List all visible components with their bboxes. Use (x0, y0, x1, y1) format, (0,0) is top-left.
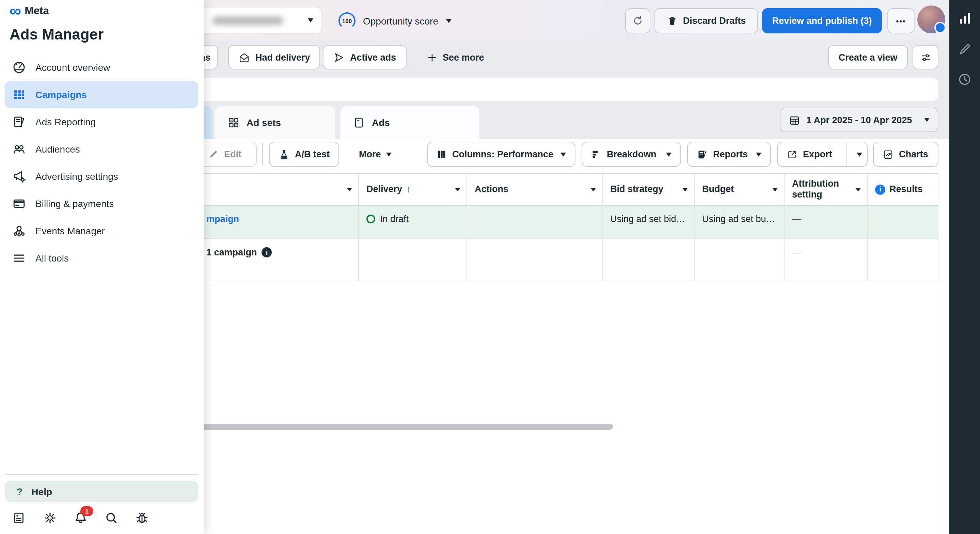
tab-ads[interactable]: Ads (340, 106, 479, 139)
insights-chart-icon[interactable] (957, 11, 972, 26)
export-divider (846, 142, 847, 166)
tab-ad-sets[interactable]: Ad sets (215, 106, 335, 139)
sidebar-bottom-icons: 1 (12, 511, 149, 525)
filter-chip-active-ads[interactable]: Active ads (323, 45, 406, 70)
avatar-status-dot (934, 22, 946, 33)
export-icon (787, 149, 797, 160)
ab-test-button[interactable]: A/B test (269, 142, 339, 167)
sidebar-item-account-overview[interactable]: Account overview (5, 54, 198, 81)
refresh-icon (632, 15, 644, 27)
reports-icon (697, 149, 708, 160)
budget-cell: Using ad set bu… (695, 206, 784, 238)
score-ring-icon: 100 (339, 12, 355, 29)
history-clock-icon[interactable] (958, 72, 972, 86)
ad-sets-icon (228, 116, 240, 129)
actions-cell (467, 206, 603, 238)
report-pages-icon (12, 115, 26, 129)
sidebar-item-advertising-settings[interactable]: Advertising settings (5, 163, 198, 190)
charts-button[interactable]: Charts (873, 142, 939, 167)
discard-drafts-label: Discard Drafts (683, 16, 746, 26)
date-range-picker[interactable]: 1 Apr 2025 - 10 Apr 2025 (780, 108, 939, 132)
export-button[interactable]: Export (778, 142, 841, 166)
meta-logo[interactable]: ∞ Meta (10, 3, 49, 19)
reports-button[interactable]: Reports (687, 142, 771, 167)
columns-icon (436, 149, 447, 159)
edit-pencil-icon[interactable] (958, 42, 972, 56)
notifications-button[interactable]: 1 (73, 511, 88, 525)
chevron-down-icon (446, 19, 451, 23)
sidebar-item-campaigns[interactable]: Campaigns (5, 81, 198, 108)
bid-strategy-cell: Using ad set bid… (603, 206, 695, 238)
credit-card-icon (12, 197, 26, 210)
nodes-icon (12, 224, 26, 238)
campaigns-table-icon (12, 88, 26, 102)
toolbar-divider (262, 143, 263, 166)
more-options-button[interactable]: ••• (888, 8, 915, 33)
create-view-button[interactable]: Create a view (828, 45, 908, 70)
table-row-draft-campaign[interactable]: mpaign In draft Using ad set bid… Using … (199, 206, 939, 239)
more-button[interactable]: More (350, 142, 401, 167)
review-publish-button[interactable]: Review and publish (3) (762, 8, 882, 33)
header-budget[interactable]: Budget (695, 174, 784, 205)
chevron-down-icon (855, 188, 861, 191)
campaigns-table: Delivery ↑ Actions Bid strategy Budget (199, 173, 939, 281)
header-bid-strategy[interactable]: Bid strategy (603, 174, 695, 205)
avatar[interactable] (917, 5, 945, 33)
charts-icon (883, 149, 894, 160)
gear-icon[interactable] (43, 511, 57, 525)
account-selector[interactable] (199, 8, 321, 33)
chevron-down-icon (756, 152, 761, 156)
trash-icon (667, 15, 678, 26)
campaign-name-link[interactable]: mpaign (206, 214, 239, 224)
news-icon[interactable] (12, 511, 27, 525)
chevron-down-icon (924, 118, 930, 122)
chevron-down-icon (666, 152, 671, 156)
refresh-button[interactable] (625, 8, 651, 33)
redacted-account-name (213, 16, 283, 25)
chevron-down-icon (857, 152, 862, 156)
view-settings-button[interactable] (913, 45, 939, 70)
sidebar-item-audiences[interactable]: Audiences (5, 135, 198, 163)
sort-asc-icon: ↑ (406, 184, 411, 195)
opportunity-score[interactable]: 100 Opportunity score (339, 12, 451, 29)
dots-icon: ••• (896, 17, 906, 25)
header-campaign-name[interactable] (199, 174, 359, 205)
right-rail (949, 0, 980, 534)
megaphone-gear-icon (12, 170, 26, 183)
question-icon: ? (16, 486, 22, 497)
chevron-down-icon (455, 188, 460, 191)
breakdown-icon (591, 149, 601, 159)
discard-drafts-button[interactable]: Discard Drafts (654, 8, 758, 33)
summary-count: 1 campaign (206, 247, 257, 257)
sidebar-item-events-manager[interactable]: Events Manager (5, 217, 198, 244)
help-button[interactable]: ? Help (5, 481, 198, 502)
people-icon (12, 142, 26, 156)
header-delivery[interactable]: Delivery ↑ (359, 174, 467, 205)
export-dropdown-button[interactable] (853, 142, 867, 166)
meta-logo-text: Meta (24, 5, 49, 17)
edit-button[interactable]: Edit (199, 142, 257, 167)
header-attribution-setting[interactable]: Attribution setting (784, 174, 868, 205)
search-icon[interactable] (104, 511, 118, 525)
columns-button[interactable]: Columns: Performance (427, 142, 576, 167)
flask-icon (278, 149, 290, 160)
horizontal-scrollbar[interactable] (199, 424, 613, 430)
calendar-icon (789, 114, 800, 126)
info-icon: i (262, 247, 272, 257)
chevron-down-icon (308, 18, 313, 22)
header-actions[interactable]: Actions (467, 174, 603, 205)
search-filter-input[interactable] (199, 78, 939, 101)
bug-icon[interactable] (135, 511, 149, 525)
sidebar-item-billing-payments[interactable]: Billing & payments (5, 190, 198, 217)
sidebar-item-ads-reporting[interactable]: Ads Reporting (5, 108, 198, 135)
table-summary-row: 1 campaign i — (199, 239, 939, 281)
chevron-down-icon (347, 188, 352, 191)
filter-chip-had-delivery[interactable]: Had delivery (228, 45, 320, 70)
sidebar-item-all-tools[interactable]: All tools (5, 244, 198, 272)
breakdown-button[interactable]: Breakdown (582, 142, 681, 167)
ads-icon (353, 116, 365, 129)
header-results[interactable]: i Results (868, 174, 939, 205)
meta-infinity-icon: ∞ (10, 3, 21, 19)
see-more-button[interactable]: See more (417, 45, 494, 70)
sidebar-nav: Account overview Campaigns Ads Reporting (5, 54, 198, 272)
